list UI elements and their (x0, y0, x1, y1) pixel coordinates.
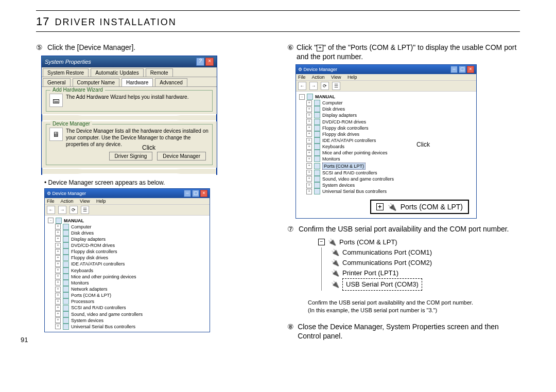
tab-remote[interactable]: Remote (146, 68, 173, 77)
step-5-text: Click the [Device Manager]. (47, 43, 135, 52)
sysprop-tabs-row1: System Restore Automatic Updates Remote (42, 67, 217, 77)
page-number: 91 (21, 336, 28, 344)
confirm-note-1: Confirm the USB serial port availability… (308, 299, 473, 306)
refresh-icon-2[interactable]: ⟳ (321, 82, 329, 90)
step-5-marker: ⑤ (36, 43, 45, 52)
back-icon-2[interactable]: ← (298, 82, 306, 90)
confirm-note-2: (In this example, the USB serial port nu… (308, 307, 437, 313)
device-manager-window: ⚙ Device Manager – ▢ × File Action View … (44, 188, 210, 333)
chapter-number: 17 (36, 15, 49, 28)
sysprop-tabs-row2: General Computer Name Hardware Advanced (42, 77, 217, 87)
forward-icon[interactable]: → (58, 206, 66, 214)
tab-advanced[interactable]: Advanced (155, 78, 187, 86)
group-title-add-hw: Add Hardware Wizard (50, 87, 105, 93)
tab-computer-name[interactable]: Computer Name (73, 78, 119, 86)
port-icon: 🔌 (388, 203, 396, 211)
port-icon-3: 🔌 (331, 247, 339, 258)
tab-system-restore[interactable]: System Restore (43, 68, 89, 77)
ports-root-label: Ports (COM & LPT) (339, 237, 397, 247)
port-icon-2: 🔌 (328, 237, 336, 247)
menu-view[interactable]: View (80, 199, 90, 204)
tab-general[interactable]: General (43, 78, 71, 86)
plus-box-icon-2[interactable]: + (376, 203, 384, 210)
step-6-marker: ⑥ (287, 43, 294, 61)
close-icon[interactable]: × (205, 58, 214, 66)
lpt1-label: Printer Port (LPT1) (342, 268, 398, 278)
torn-edge (42, 114, 217, 121)
click-label-2: Click (416, 141, 430, 148)
menu-action-2[interactable]: Action (312, 75, 325, 80)
group-title-devmgr: Device Manager (50, 121, 92, 127)
step-7-text: Confirm the USB serial port availability… (299, 225, 509, 234)
driver-signing-button[interactable]: Driver Signing (109, 152, 153, 161)
devmgr-menu: File Action View Help (45, 198, 210, 205)
tab-automatic-updates[interactable]: Automatic Updates (91, 68, 144, 77)
menu-file[interactable]: File (47, 199, 55, 204)
plus-box-icon: + (317, 45, 323, 51)
sysprop-titlebar: System Properties ? × (42, 56, 217, 67)
step-8-text: Close the Device Manager, System Propert… (298, 323, 520, 341)
devmgr2-title: ⚙ Device Manager (298, 67, 337, 72)
menu-view-2[interactable]: View (331, 75, 341, 80)
device-manager-appears-note: Device Manager screen appears as below. (48, 179, 165, 186)
ports-callout-label: Ports (COM & LPT) (401, 203, 463, 211)
port-icon-5: 🔌 (331, 268, 339, 278)
device-manager-button[interactable]: Device Manager (157, 152, 206, 161)
devmgr-title: ⚙ Device Manager (47, 191, 86, 196)
refresh-icon[interactable]: ⟳ (70, 206, 78, 214)
device-manager-text: The Device Manager lists all the hardwar… (66, 128, 209, 148)
click-label-1: Click (142, 144, 155, 151)
chapter-title: DRIVER INSTALLATION (55, 17, 176, 28)
system-properties-window: System Properties ? × System Restore Aut… (41, 56, 217, 175)
maximize-icon[interactable]: ▢ (192, 190, 199, 197)
close-icon-2[interactable]: × (200, 190, 207, 197)
step-6-text: Click "+" of the "Ports (COM & LPT)" to … (297, 43, 520, 61)
back-icon[interactable]: ← (47, 206, 55, 214)
step-7-marker: ⑦ (287, 225, 297, 234)
port-icon-6: 🔌 (331, 279, 339, 290)
devmgr2-toolbar: ← → ⟳ ☰ (296, 81, 476, 92)
device-manager-window-2: ⚙ Device Manager – ▢ × File Action View … (296, 64, 477, 219)
minimize-icon[interactable]: – (184, 190, 191, 197)
menu-action[interactable]: Action (61, 199, 74, 204)
tab-hardware[interactable]: Hardware (121, 78, 153, 86)
com2-label: Communications Port (COM2) (342, 258, 432, 268)
usb-serial-port-box: USB Serial Port (COM3) (342, 278, 422, 291)
com1-label: Communications Port (COM1) (342, 247, 432, 258)
device-manager-icon: 🖥 (49, 128, 63, 141)
devmgr-tree: -MANUAL+Computer+Disk drives+Display ada… (45, 216, 210, 332)
hardware-icon: 🖴 (49, 94, 63, 107)
port-icon-4: 🔌 (331, 258, 339, 268)
hardware-wizard-text: The Add Hardware Wizard helps you instal… (66, 94, 209, 100)
sysprop-title: System Properties (45, 59, 91, 65)
step-8-marker: ⑧ (287, 323, 296, 341)
menu-file-2[interactable]: File (298, 75, 306, 80)
device-manager-group: Device Manager 🖥 The Device Manager list… (46, 124, 213, 165)
ports-tree-diagram: − 🔌 Ports (COM & LPT) 🔌Communications Po… (318, 237, 520, 294)
forward-icon-2[interactable]: → (309, 82, 318, 90)
properties-icon-2[interactable]: ☰ (332, 82, 340, 90)
devmgr2-menu: File Action View Help (296, 74, 476, 81)
minus-box-icon[interactable]: − (318, 239, 325, 245)
devmgr2-tree: -MANUAL+Computer+Disk drives+Display ada… (296, 92, 476, 197)
minimize-icon-2[interactable]: – (450, 66, 458, 73)
maximize-icon-2[interactable]: ▢ (459, 66, 466, 73)
devmgr-toolbar: ← → ⟳ ☰ (45, 205, 210, 216)
menu-help[interactable]: Help (96, 199, 106, 204)
close-icon-3[interactable]: × (467, 66, 474, 73)
torn-edge-2 (42, 168, 217, 175)
ports-callout: + 🔌 Ports (COM & LPT) (370, 200, 469, 214)
properties-icon[interactable]: ☰ (81, 206, 89, 214)
add-hardware-wizard-group: Add Hardware Wizard 🖴 The Add Hardware W… (46, 90, 213, 112)
help-icon[interactable]: ? (196, 58, 204, 66)
menu-help-2[interactable]: Help (348, 75, 357, 80)
